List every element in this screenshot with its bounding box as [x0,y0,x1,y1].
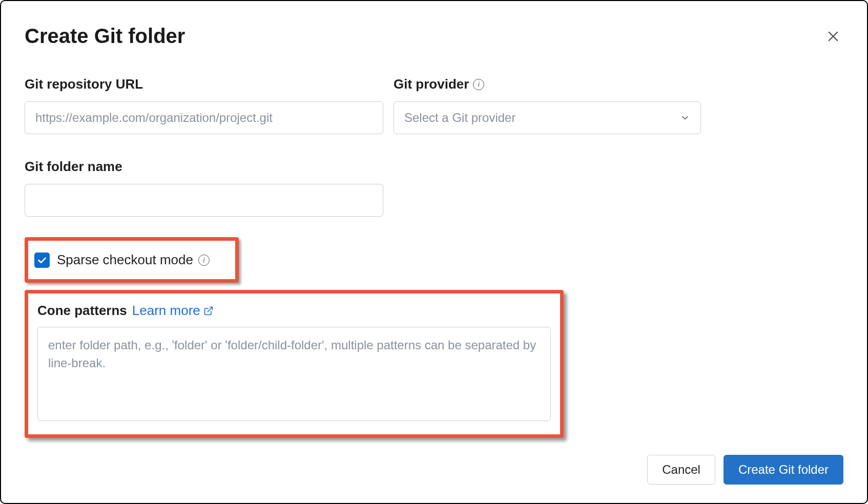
cancel-button[interactable]: Cancel [647,455,715,485]
git-folder-name-group: Git folder name [25,159,383,217]
dialog-title: Create Git folder [25,25,185,48]
info-icon[interactable]: i [473,79,484,90]
learn-more-text: Learn more [132,303,200,319]
create-git-folder-button[interactable]: Create Git folder [724,455,843,485]
git-repo-url-group: Git repository URL [25,76,383,134]
git-repo-url-input[interactable] [25,101,383,134]
dialog-footer: Cancel Create Git folder [647,455,843,485]
external-link-icon [203,306,214,316]
sparse-checkout-label: Sparse checkout mode i [57,252,210,268]
git-provider-label-text: Git provider [394,76,469,92]
close-icon [826,29,840,44]
cone-patterns-label: Cone patterns [37,303,127,319]
info-icon[interactable]: i [198,255,210,266]
svg-line-2 [208,307,212,311]
sparse-checkout-label-text: Sparse checkout mode [57,252,193,268]
chevron-down-icon [680,113,690,123]
git-provider-label: Git provider i [394,76,701,92]
sparse-checkout-row: Sparse checkout mode i [34,252,229,268]
git-repo-url-label: Git repository URL [25,76,383,92]
sparse-checkout-highlight: Sparse checkout mode i [25,237,239,283]
create-git-folder-dialog: Create Git folder Git repository URL Git… [0,0,868,504]
learn-more-link[interactable]: Learn more [132,303,214,319]
git-provider-group: Git provider i Select a Git provider [394,76,701,134]
cone-patterns-highlight: Cone patterns Learn more [25,290,564,438]
top-fields-row: Git repository URL Git provider i Select… [25,76,843,134]
git-provider-select[interactable]: Select a Git provider [394,101,701,134]
close-button[interactable] [823,26,843,47]
git-provider-placeholder: Select a Git provider [404,111,515,125]
git-folder-name-input[interactable] [25,184,383,217]
sparse-checkout-checkbox[interactable] [34,253,50,268]
git-folder-name-label: Git folder name [25,159,383,175]
cone-patterns-textarea[interactable] [37,327,551,421]
cone-patterns-label-row: Cone patterns Learn more [37,303,551,319]
dialog-header: Create Git folder [25,25,843,48]
